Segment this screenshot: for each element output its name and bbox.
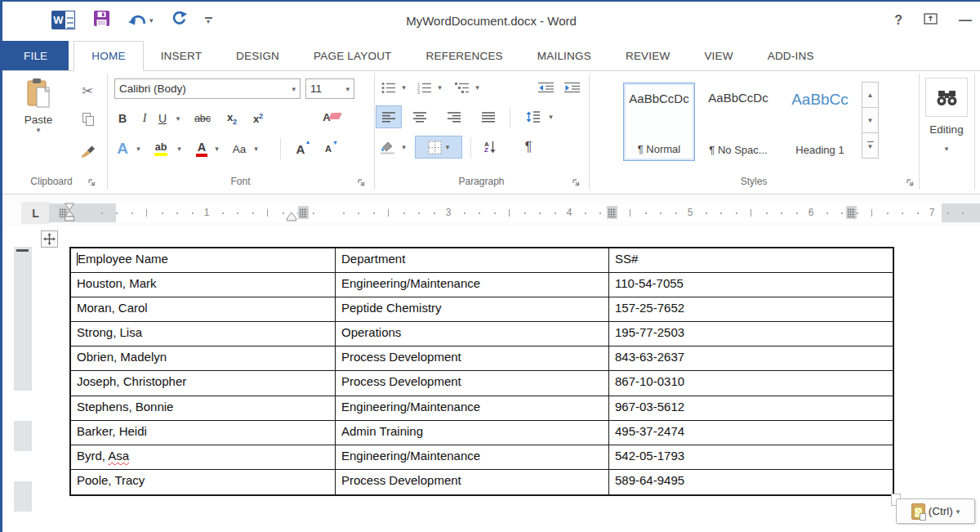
top-margin-marker[interactable] (16, 249, 29, 252)
table-column-marker[interactable] (298, 206, 309, 219)
cell-ssn[interactable]: 967-03-5612 (609, 396, 893, 420)
format-painter-button[interactable] (78, 140, 97, 159)
align-right-button[interactable] (443, 105, 466, 128)
underline-dropdown-icon[interactable]: ▾ (172, 108, 184, 129)
cell-employee-name[interactable]: Joseph, Christopher (71, 371, 336, 395)
style-card[interactable]: AaBbCcDc ¶ No Spac... (700, 83, 777, 161)
bullets-dropdown-icon[interactable]: ▾ (399, 78, 409, 97)
header-ssn[interactable]: SS# (609, 248, 893, 272)
shading-button[interactable] (376, 136, 399, 159)
line-spacing-button[interactable] (521, 105, 546, 128)
style-card[interactable]: AaBbCc Heading 1 (783, 83, 857, 161)
styles-more-icon[interactable]: ▼ (862, 132, 879, 159)
help-icon[interactable]: ? (894, 13, 902, 28)
cell-employee-name[interactable]: Byrd, Asa (71, 445, 336, 469)
cell-ssn[interactable]: 195-77-2503 (609, 322, 893, 346)
change-case-dropdown-icon[interactable]: ▾ (251, 137, 261, 160)
align-left-button[interactable] (376, 105, 402, 128)
cell-ssn[interactable]: 110-54-7055 (609, 273, 893, 297)
minimize-icon[interactable]: — (959, 13, 972, 28)
cell-ssn[interactable]: 589-64-9495 (609, 470, 893, 494)
ribbon-tab[interactable]: VIEW (687, 41, 750, 70)
cell-department[interactable]: Engineering/Maintenance (336, 445, 609, 469)
bold-button[interactable]: B (114, 108, 131, 129)
table-column-marker[interactable] (607, 206, 617, 219)
header-employee-name[interactable]: Employee Name (71, 248, 336, 272)
cell-employee-name[interactable]: Stephens, Bonnie (71, 396, 336, 420)
table-move-handle[interactable] (41, 230, 58, 248)
copy-button[interactable] (79, 110, 97, 128)
ribbon-display-options-icon[interactable] (924, 13, 938, 28)
ribbon-tab[interactable]: INSERT (144, 41, 219, 70)
cell-department[interactable]: Engineering/Maintenance (336, 273, 609, 297)
cell-department[interactable]: Process Development (336, 470, 609, 494)
highlight-dropdown-icon[interactable]: ▾ (174, 137, 185, 160)
italic-button[interactable]: I (136, 108, 153, 129)
cell-department[interactable]: Peptide Chemistry (336, 297, 609, 321)
multilevel-list-button[interactable] (452, 78, 472, 97)
text-effects-dropdown-icon[interactable]: ▾ (133, 137, 144, 160)
header-department[interactable]: Department (336, 248, 609, 272)
grow-font-button[interactable]: A▲ (290, 137, 311, 160)
indent-markers-icon[interactable] (65, 203, 75, 227)
style-card[interactable]: AaBbCcDc ¶ Normal (623, 83, 695, 161)
ribbon-tab[interactable]: FILE (2, 41, 69, 70)
cell-department[interactable]: Engineering/Maintenance (336, 396, 609, 420)
font-color-button[interactable]: A (192, 137, 212, 160)
ribbon-tab[interactable]: REVIEW (608, 41, 687, 70)
increase-indent-button[interactable] (562, 78, 583, 97)
cell-employee-name[interactable]: Obrien, Madelyn (71, 346, 336, 370)
superscript-button[interactable]: x2 (247, 108, 269, 129)
hanging-indent-marker-icon[interactable] (287, 210, 297, 225)
numbering-dropdown-icon[interactable]: ▾ (434, 78, 445, 97)
cell-ssn[interactable]: 843-63-2637 (609, 346, 893, 370)
font-color-dropdown-icon[interactable]: ▾ (212, 137, 222, 160)
text-effects-button[interactable]: A (112, 137, 133, 160)
cell-ssn[interactable]: 867-10-0310 (609, 371, 893, 395)
ribbon-tab[interactable]: HOME (74, 41, 143, 71)
sort-button[interactable]: AZ (477, 136, 503, 159)
paste-button[interactable]: Paste ▾ (12, 78, 65, 169)
shrink-font-button[interactable]: A▼ (318, 137, 339, 160)
ribbon-tab[interactable]: ADD-INS (751, 41, 831, 70)
shading-dropdown-icon[interactable]: ▾ (399, 136, 409, 159)
paste-options-button[interactable]: (Ctrl) ▾ (896, 498, 975, 524)
paragraph-dialog-launcher-icon[interactable] (572, 176, 581, 190)
clipboard-dialog-launcher-icon[interactable] (87, 176, 96, 190)
subscript-button[interactable]: x2 (221, 108, 243, 129)
line-spacing-dropdown-icon[interactable]: ▾ (546, 105, 556, 128)
document-area[interactable]: Employee Name Department SS# Houston, Ma… (2, 227, 980, 532)
strikethrough-button[interactable]: abc (189, 108, 216, 129)
editing-dropdown-icon[interactable]: ▾ (919, 140, 974, 154)
table-column-marker[interactable] (846, 206, 857, 219)
highlight-button[interactable]: ab (149, 137, 172, 160)
cut-button[interactable]: ✂ (78, 81, 97, 101)
ribbon-tab[interactable]: PAGE LAYOUT (296, 41, 408, 70)
justify-button[interactable] (477, 105, 500, 128)
tab-stop-selector[interactable]: L (21, 202, 50, 224)
cell-ssn[interactable]: 157-25-7652 (609, 297, 893, 321)
font-size-combo[interactable]: 11 ▾ (305, 78, 354, 99)
cell-department[interactable]: Operations (336, 322, 609, 346)
find-button[interactable] (925, 78, 968, 117)
change-case-button[interactable]: Aa (228, 137, 251, 160)
align-center-button[interactable] (408, 105, 431, 128)
font-name-dropdown-icon[interactable]: ▾ (292, 85, 296, 93)
cell-employee-name[interactable]: Barker, Heidi (71, 421, 336, 445)
clear-formatting-button[interactable]: A (313, 106, 341, 127)
cell-employee-name[interactable]: Strong, Lisa (71, 322, 336, 346)
cell-ssn[interactable]: 542-05-1793 (609, 445, 893, 469)
borders-dropdown-icon[interactable]: ▾ (446, 143, 450, 151)
multilevel-list-dropdown-icon[interactable]: ▾ (472, 78, 483, 97)
decrease-indent-button[interactable] (536, 78, 557, 97)
styles-dialog-launcher-icon[interactable] (906, 176, 915, 190)
cell-department[interactable]: Process Development (336, 346, 609, 370)
cell-department[interactable]: Admin Training (336, 421, 609, 445)
styles-scroll-down-icon[interactable]: ▼ (862, 107, 879, 133)
ribbon-tab[interactable]: MAILINGS (520, 41, 608, 70)
ribbon-tab[interactable]: REFERENCES (409, 41, 520, 70)
bullets-button[interactable] (379, 78, 399, 97)
underline-button[interactable]: U (154, 108, 171, 129)
cell-employee-name[interactable]: Poole, Tracy (71, 470, 336, 494)
font-size-dropdown-icon[interactable]: ▾ (345, 85, 350, 93)
